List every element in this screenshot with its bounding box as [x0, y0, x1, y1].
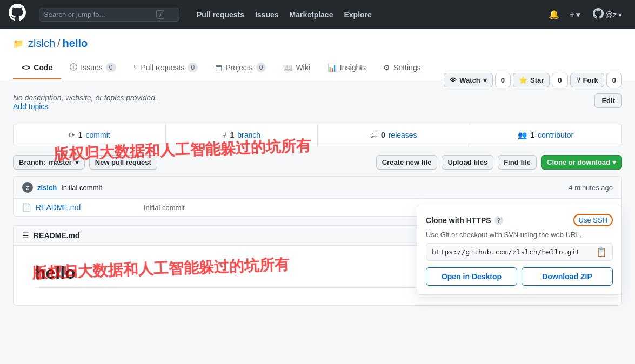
file-action-buttons: Create new file Upload files Find file C… [376, 155, 622, 170]
clone-url-row: 📋 [426, 243, 613, 261]
code-icon: <> [22, 63, 30, 72]
search-box[interactable]: / [39, 8, 179, 22]
new-menu-button[interactable]: + ▾ [566, 8, 584, 21]
tab-insights-label: Insights [340, 63, 366, 72]
tab-insights[interactable]: 📊 Insights [319, 57, 375, 79]
clone-dropdown: Clone with HTTPS ? Use SSH Use Git or ch… [417, 205, 622, 295]
file-name-link[interactable]: README.md [36, 203, 144, 212]
projects-count: 0 [256, 63, 266, 72]
tab-projects-label: Projects [225, 63, 253, 72]
contributors-icon: 👥 [518, 131, 527, 139]
commits-count: 1 [78, 131, 83, 139]
insights-icon: 📊 [327, 63, 337, 72]
use-ssh-link[interactable]: Use SSH [573, 214, 613, 226]
releases-label: releases [389, 131, 417, 139]
projects-icon: ▦ [215, 63, 222, 72]
tab-projects[interactable]: ▦ Projects 0 [206, 56, 275, 80]
clone-label: Clone or download [547, 158, 610, 166]
issues-icon: ⓘ [70, 63, 77, 72]
settings-icon: ⚙ [383, 63, 390, 72]
readme-icon: ☰ [22, 231, 29, 240]
nav-pull-requests[interactable]: Pull requests [192, 8, 249, 21]
contributors-count: 1 [530, 131, 534, 139]
create-new-file-button[interactable]: Create new file [376, 155, 438, 170]
breadcrumb-repo[interactable]: hello [63, 37, 88, 50]
file-icon: 📄 [22, 203, 31, 212]
new-pull-request-button[interactable]: New pull request [89, 155, 157, 170]
user-avatar-icon [593, 8, 604, 21]
edit-description-button[interactable]: Edit [594, 93, 622, 108]
tag-icon: 🏷 [370, 131, 378, 139]
pr-icon: ⑂ [133, 63, 138, 72]
commit-author-name[interactable]: zlslch [37, 184, 57, 192]
file-toolbar: Branch: master ▾ New pull request Create… [13, 155, 622, 170]
branch-name: master [49, 158, 72, 166]
commit-author-avatar: z [22, 182, 33, 193]
clone-actions: Open in Desktop Download ZIP [426, 267, 613, 286]
issues-count: 0 [106, 63, 116, 72]
chevron-down-icon: ▾ [576, 10, 580, 19]
tab-pull-requests[interactable]: ⑂ Pull requests 0 [125, 56, 207, 80]
commits-label: commit [86, 131, 110, 139]
find-file-button[interactable]: Find file [498, 155, 537, 170]
clone-title: Clone with HTTPS ? [426, 216, 503, 225]
user-label: @z [605, 10, 617, 19]
top-nav: / Pull requests Issues Marketplace Explo… [0, 0, 635, 29]
clone-title-text: Clone with HTTPS [426, 216, 491, 225]
copy-icon[interactable]: 📋 [596, 247, 607, 257]
tab-pr-label: Pull requests [141, 63, 185, 72]
search-input[interactable] [44, 10, 152, 18]
repo-description-section: No description, website, or topics provi… [13, 93, 622, 119]
clone-description: Use Git or checkout with SVN using the w… [426, 231, 613, 239]
branch-selector[interactable]: Branch: master ▾ [13, 155, 85, 170]
branches-count: 1 [230, 131, 234, 139]
user-menu-button[interactable]: @z ▾ [589, 6, 626, 23]
nav-links: Pull requests Issues Marketplace Explore [192, 8, 376, 21]
branches-label: branch [237, 131, 260, 139]
user-chevron-icon: ▾ [618, 10, 622, 19]
clone-or-download-button[interactable]: Clone or download ▾ [541, 155, 622, 170]
https-help-icon[interactable]: ? [494, 216, 503, 225]
pr-count: 0 [188, 63, 198, 72]
tab-wiki[interactable]: 📖 Wiki [275, 57, 318, 79]
branch-chevron-icon: ▾ [75, 158, 79, 166]
tab-issues-label: Issues [81, 63, 102, 72]
tab-code[interactable]: <> Code [13, 57, 61, 79]
branch-label: Branch: [19, 158, 45, 166]
tab-wiki-label: Wiki [296, 63, 310, 72]
slash-key: / [156, 10, 164, 19]
upload-files-button[interactable]: Upload files [442, 155, 493, 170]
releases-count: 0 [381, 131, 385, 139]
repo-header: 📁 zlslch / hello 👁 Watch ▾ 0 ⭐ Star 0 ⑂ … [0, 29, 635, 80]
commit-time: 4 minutes ago [569, 184, 613, 192]
branch-icon: ⑂ [222, 131, 226, 139]
commits-stat[interactable]: ⟳ 1 commit [14, 124, 166, 146]
repo-description: No description, website, or topics provi… [13, 93, 157, 102]
branches-stat[interactable]: ⑂ 1 branch [166, 124, 318, 146]
main-content: 版权归大数据和人工智能躲过的坑所有 版权归大数据和人工智能躲过的坑所有 No d… [0, 80, 635, 319]
plus-label: + [570, 10, 574, 19]
github-logo[interactable] [9, 4, 26, 25]
nav-issues[interactable]: Issues [251, 8, 283, 21]
notifications-button[interactable]: 🔔 [546, 7, 562, 22]
nav-marketplace[interactable]: Marketplace [285, 8, 338, 21]
nav-right: 🔔 + ▾ @z ▾ [546, 6, 626, 23]
tab-settings[interactable]: ⚙ Settings [375, 57, 430, 79]
commit-message: Initial commit [61, 184, 102, 192]
tab-issues[interactable]: ⓘ Issues 0 [61, 56, 124, 80]
add-topics-link[interactable]: Add topics [13, 102, 48, 111]
download-zip-button[interactable]: Download ZIP [522, 267, 613, 286]
stats-bar: ⟳ 1 commit ⑂ 1 branch 🏷 0 releases 👥 1 c… [13, 124, 622, 146]
tab-settings-label: Settings [393, 63, 421, 72]
readme-title: README.md [34, 231, 80, 240]
breadcrumb: 📁 zlslch / hello [13, 37, 622, 50]
nav-explore[interactable]: Explore [339, 8, 376, 21]
repo-icon: 📁 [13, 38, 24, 49]
contributors-stat[interactable]: 👥 1 contributor [470, 124, 622, 146]
breadcrumb-owner[interactable]: zlslch [28, 37, 55, 50]
tab-code-label: Code [34, 63, 52, 72]
open-in-desktop-button[interactable]: Open in Desktop [426, 267, 517, 286]
clone-url-input[interactable] [432, 248, 592, 256]
clone-dropdown-header: Clone with HTTPS ? Use SSH [426, 214, 613, 226]
releases-stat[interactable]: 🏷 0 releases [318, 124, 470, 146]
